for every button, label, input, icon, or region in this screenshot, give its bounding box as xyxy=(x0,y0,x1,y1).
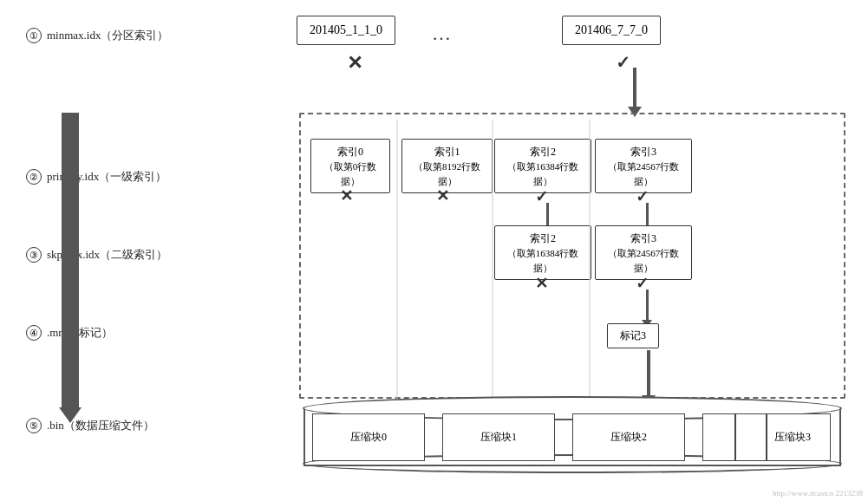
compress-block-0: 压缩块0 xyxy=(312,413,425,461)
index-box-3a-sub: （取第24567行数据） xyxy=(601,159,686,188)
v-sep-1 xyxy=(734,414,736,460)
compress-block-3-label: 压缩块3 xyxy=(774,430,811,445)
circle-num-2: ② xyxy=(26,169,42,185)
index-box-1-title: 索引1 xyxy=(408,144,486,159)
index-box-3b: 索引3 （取第24567行数据） xyxy=(595,225,692,280)
index-box-2b-sub: （取第16384行数据） xyxy=(500,246,585,275)
index-box-2b: 索引2 （取第16384行数据） xyxy=(494,225,591,280)
cylinder-container: 压缩块0 压缩块1 压缩块2 压缩块3 xyxy=(303,394,841,472)
x-mark-idx1: ✕ xyxy=(436,186,449,205)
big-arrow-head xyxy=(59,407,82,423)
marker-box-3: 标记3 xyxy=(607,323,659,348)
arrow-partition2-down xyxy=(628,68,642,117)
compress-block-2: 压缩块2 xyxy=(572,413,685,461)
label-row-1: ① minmax.idx（分区索引） xyxy=(26,28,168,43)
index-box-2a-title: 索引2 xyxy=(500,144,585,159)
compress-block-1-label: 压缩块1 xyxy=(480,430,517,445)
arrow-idx3b-down xyxy=(642,290,652,328)
watermark: http://www.itcastcn 2213238 xyxy=(773,489,863,498)
label-row-3: ③ skp_idx.idx（二级索引） xyxy=(26,247,167,263)
index-box-3a: 索引3 （取第24567行数据） xyxy=(595,139,692,193)
x-mark-idx2b: ✕ xyxy=(535,274,548,293)
index-box-0-title: 索引0 xyxy=(317,144,384,159)
partition-label-1: 201405_1_1_0 xyxy=(310,23,382,36)
index-box-1: 索引1 （取第8192行数据） xyxy=(401,139,493,193)
label-row-5: ⑤ .bin（数据压缩文件） xyxy=(26,418,154,433)
circle-num-1: ① xyxy=(26,28,42,43)
partition-box-2: 201406_7_7_0 xyxy=(562,16,661,45)
circle-num-4: ④ xyxy=(26,325,42,341)
partition-label-2: 201406_7_7_0 xyxy=(575,23,648,36)
dots: … xyxy=(432,23,454,45)
marker-label: 标记3 xyxy=(620,329,646,342)
diagram-container: ① minmax.idx（分区索引） ② primary.idx（一级索引） ③… xyxy=(0,0,868,501)
circle-num-3: ③ xyxy=(26,247,42,263)
index-box-2b-title: 索引2 xyxy=(500,231,585,246)
col-sep-1 xyxy=(396,120,398,399)
index-box-0: 索引0 （取第0行数据） xyxy=(310,139,390,193)
compress-block-2-label: 压缩块2 xyxy=(610,430,647,445)
x-mark-partition-1: ✕ xyxy=(347,52,362,75)
big-arrow-shaft xyxy=(62,113,79,407)
arrow-shaft xyxy=(633,68,636,107)
compress-block-1: 压缩块1 xyxy=(442,413,555,461)
label-row-2: ② primary.idx（一级索引） xyxy=(26,169,166,185)
x-mark-idx0: ✕ xyxy=(340,186,353,205)
index-box-1-sub: （取第8192行数据） xyxy=(408,159,486,188)
label-text-1: minmax.idx（分区索引） xyxy=(47,28,168,43)
v-sep-2 xyxy=(766,414,767,460)
index-box-3b-title: 索引3 xyxy=(601,231,686,246)
index-box-3b-sub: （取第24567行数据） xyxy=(601,246,686,275)
col-sep-2 xyxy=(492,120,493,399)
circle-num-5: ⑤ xyxy=(26,418,42,433)
index-box-2a-sub: （取第16384行数据） xyxy=(500,159,585,188)
index-box-0-sub: （取第0行数据） xyxy=(317,159,384,188)
compress-block-0-label: 压缩块0 xyxy=(350,430,387,445)
index-box-2a: 索引2 （取第16384行数据） xyxy=(494,139,591,193)
partition-box-1: 201405_1_1_0 xyxy=(297,16,395,45)
big-vertical-arrow xyxy=(59,113,82,423)
col-sep-3 xyxy=(589,120,591,399)
compress-block-3: 压缩块3 xyxy=(702,413,831,461)
index-box-3a-title: 索引3 xyxy=(601,144,686,159)
